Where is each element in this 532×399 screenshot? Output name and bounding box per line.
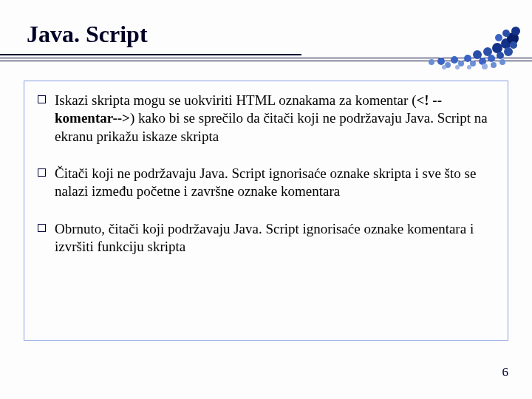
- deco-dot: [455, 65, 460, 69]
- bullet-item: Čitači koji ne podržavaju Java. Script i…: [38, 165, 494, 201]
- page-number: 6: [502, 365, 509, 380]
- bullet-text-pre: Iskazi skripta mogu se uokviriti HTML oz…: [55, 92, 416, 108]
- deco-dot: [451, 56, 458, 64]
- deco-dot: [499, 59, 505, 65]
- bullet-square-icon: [38, 95, 46, 103]
- bullet-text: Obrnuto, čitači koji podržavaju Java. Sc…: [55, 220, 494, 256]
- deco-dot: [482, 64, 488, 69]
- rule-thick: [0, 54, 301, 55]
- deco-dot: [497, 52, 504, 59]
- deco-dot: [491, 62, 497, 68]
- deco-dot: [437, 58, 445, 65]
- deco-dot: [502, 30, 510, 37]
- content-box: Iskazi skripta mogu se uokviriti HTML oz…: [24, 81, 508, 341]
- deco-dot: [504, 47, 513, 56]
- deco-dot: [429, 59, 434, 65]
- bullet-square-icon: [38, 224, 46, 232]
- deco-dot: [511, 27, 520, 35]
- bullet-text: Čitači koji ne podržavaju Java. Script i…: [55, 165, 494, 201]
- bullet-text: Iskazi skripta mogu se uokviriti HTML oz…: [55, 92, 494, 146]
- deco-dot: [510, 41, 517, 49]
- slide: Java. Script Iskazi skripta mogu se uokv…: [0, 0, 532, 399]
- deco-dot: [495, 34, 502, 41]
- deco-dot: [467, 65, 471, 69]
- decorative-dots: [429, 25, 516, 69]
- bullet-item: Obrnuto, čitači koji podržavaju Java. Sc…: [38, 220, 494, 256]
- deco-dot: [442, 65, 446, 69]
- deco-dot: [488, 55, 495, 62]
- bullet-square-icon: [38, 168, 46, 177]
- bullet-item: Iskazi skripta mogu se uokviriti HTML oz…: [38, 92, 494, 146]
